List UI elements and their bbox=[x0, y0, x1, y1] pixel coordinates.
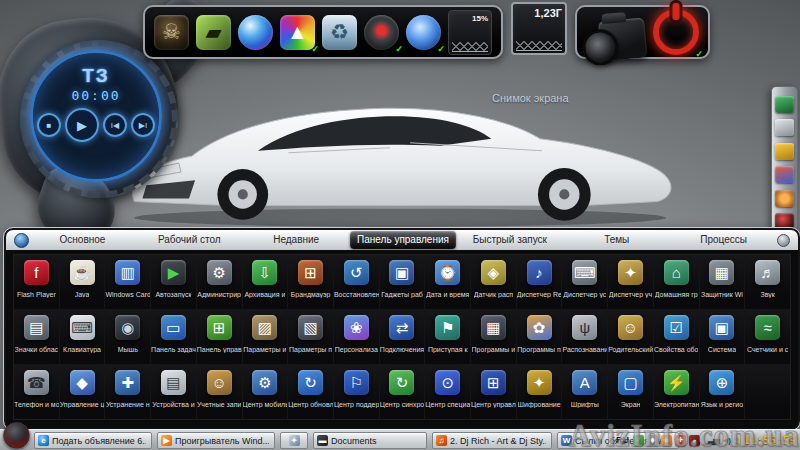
control-panel-item[interactable]: ⊙Центр специа bbox=[425, 365, 470, 419]
color-wheel-icon[interactable]: ▲✓ bbox=[280, 15, 315, 50]
tab-nedavnie[interactable]: Недавние bbox=[243, 230, 350, 250]
control-panel-item[interactable]: ◉Мышь bbox=[105, 310, 150, 364]
tv-icon[interactable] bbox=[775, 96, 794, 113]
control-panel-item[interactable]: ⌚Дата и время bbox=[425, 255, 470, 309]
photos-icon[interactable] bbox=[775, 166, 794, 183]
cpu-meter[interactable]: 15% bbox=[448, 10, 492, 55]
control-panel-item[interactable]: fFlash Player bbox=[14, 255, 59, 309]
control-panel-item[interactable]: ◈Датчик расп bbox=[471, 255, 516, 309]
prev-track-button[interactable]: I◀ bbox=[103, 113, 127, 137]
dark-ring-icon[interactable]: ✓ bbox=[364, 15, 399, 50]
control-panel-item[interactable]: ✿Программы п bbox=[517, 310, 562, 364]
badge-icon[interactable] bbox=[775, 190, 794, 207]
play-button[interactable]: ▶ bbox=[65, 108, 99, 142]
control-panel-item[interactable]: ☎Телефон и мо bbox=[14, 365, 59, 419]
control-panel-item[interactable]: ☑Свойства обо bbox=[654, 310, 699, 364]
tab-rabochiy-stol[interactable]: Рабочий стол bbox=[136, 230, 243, 250]
media-device-icon[interactable]: ▰ bbox=[196, 15, 231, 50]
phone-icon[interactable] bbox=[775, 119, 794, 136]
control-panel-item[interactable]: ⚐Центр поддер bbox=[334, 365, 379, 419]
control-panel-item[interactable]: ▤Значки облас bbox=[14, 310, 59, 364]
tray-network-icon[interactable]: ▁▃▅ bbox=[703, 435, 718, 446]
control-panel-item[interactable]: ⊞Панель управ bbox=[197, 310, 242, 364]
control-panel-item[interactable]: ♪Диспетчер Re bbox=[517, 255, 562, 309]
tab-bystryy-zapusk[interactable]: Быстрый запуск bbox=[456, 230, 563, 250]
task-button-documents[interactable]: ▬Documents bbox=[313, 432, 427, 449]
tray-clock[interactable]: 11:55:59 bbox=[743, 434, 796, 447]
control-panel-item[interactable]: ☺Родительский bbox=[608, 310, 653, 364]
tray-app-icon[interactable]: ● bbox=[689, 435, 700, 446]
control-panel-item[interactable]: ▧Параметры п bbox=[288, 310, 333, 364]
tray-volume-icon[interactable]: ◄) bbox=[721, 435, 730, 446]
control-panel-item-label: Свойства обо bbox=[654, 346, 698, 353]
media-device-icon-visual: ▰ bbox=[196, 15, 231, 50]
control-panel-item[interactable]: ☺Учетные запи bbox=[197, 365, 242, 419]
control-panel-item[interactable]: ▶Автозапуск bbox=[151, 255, 196, 309]
task-button-documents-icon: ▬ bbox=[317, 435, 328, 446]
power-button[interactable]: ✓ bbox=[653, 9, 699, 55]
stop-button[interactable]: ■ bbox=[37, 113, 61, 137]
ram-meter[interactable]: 1,23Г bbox=[511, 0, 567, 55]
control-panel-item[interactable]: ↺Восстановлен bbox=[334, 255, 379, 309]
control-panel-item[interactable]: ✦Диспетчер уч bbox=[608, 255, 653, 309]
control-panel-item[interactable]: ⌨Диспетчер ус bbox=[562, 255, 607, 309]
tab-protsessy[interactable]: Процессы bbox=[670, 230, 777, 250]
control-panel-item[interactable]: ▣Система bbox=[700, 310, 745, 364]
control-panel-item[interactable]: ⚙Центр мобиль bbox=[243, 365, 288, 419]
control-panel-item[interactable]: ❀Персонализа bbox=[334, 310, 379, 364]
control-panel-item[interactable]: ✦Шифрование bbox=[517, 365, 562, 419]
control-panel-item[interactable]: ≈Счетчики и с bbox=[745, 310, 790, 364]
control-panel-item[interactable]: ▦Программы и bbox=[471, 310, 516, 364]
tab-temy[interactable]: Темы bbox=[563, 230, 670, 250]
tray-downloader-icon[interactable]: ◉ bbox=[661, 435, 672, 446]
control-panel-item[interactable]: ▦Защитник Wi bbox=[700, 255, 745, 309]
tray-antivirus-icon[interactable]: ✓ bbox=[633, 435, 644, 446]
tray-alert-icon[interactable]: ✚ bbox=[675, 435, 686, 446]
control-panel-item[interactable]: ⊞Центр управл bbox=[471, 365, 516, 419]
task-button-browser[interactable]: eПодать объявление 6... bbox=[34, 432, 152, 449]
tab-panel-upravleniya[interactable]: Панель управления bbox=[350, 231, 457, 249]
start-button[interactable] bbox=[3, 422, 30, 449]
control-panel-item[interactable]: AШрифты bbox=[562, 365, 607, 419]
skull-icon[interactable]: ☠ bbox=[154, 15, 189, 50]
task-button-audio[interactable]: ♫2. Dj Rich - Art & Dj Sty... bbox=[432, 432, 552, 449]
control-panel-item[interactable]: ◆Управление ц bbox=[60, 365, 105, 419]
control-panel-item[interactable]: ↻Центр синхро bbox=[380, 365, 425, 419]
control-panel-item[interactable]: ψРаспознавани bbox=[562, 310, 607, 364]
task-button-media-player[interactable]: ▶Проигрыватель Wind... bbox=[157, 432, 275, 449]
control-panel-item[interactable]: ⌂Домашняя гр bbox=[654, 255, 699, 309]
control-panel-item[interactable]: ▨Параметры и bbox=[243, 310, 288, 364]
control-panel-item[interactable]: ☕Java bbox=[60, 255, 105, 309]
task-button-launcher[interactable]: ✦ bbox=[280, 432, 308, 449]
control-panel-item[interactable]: ⚙Администрир bbox=[197, 255, 242, 309]
window-menu-button[interactable] bbox=[14, 233, 29, 248]
dark-ring-icon-visual bbox=[364, 15, 399, 50]
tray-usb-icon[interactable]: ◆ bbox=[647, 435, 658, 446]
next-track-button[interactable]: ▶I bbox=[131, 113, 155, 137]
control-panel-item[interactable]: ▥Windows Card bbox=[105, 255, 150, 309]
color-sphere-icon[interactable] bbox=[238, 15, 273, 50]
control-panel-item[interactable]: ⊕Язык и регио bbox=[700, 365, 745, 419]
control-panel-item[interactable]: ▢Экран bbox=[608, 365, 653, 419]
car-icon[interactable] bbox=[775, 143, 794, 160]
control-panel-item[interactable]: ⇄Подключения bbox=[380, 310, 425, 364]
control-panel-item[interactable]: ⚡Электропитан bbox=[654, 365, 699, 419]
control-panel-item-icon: ▣ bbox=[709, 315, 734, 340]
control-panel-item[interactable]: ▭Панель задач bbox=[151, 310, 196, 364]
language-indicator[interactable]: RU bbox=[616, 435, 629, 445]
control-panel-item[interactable]: ▣Гаджеты раб bbox=[380, 255, 425, 309]
camera-icon[interactable] bbox=[586, 0, 646, 66]
window-options-button[interactable] bbox=[777, 234, 790, 247]
control-panel-item[interactable]: ⇩Архивация и bbox=[243, 255, 288, 309]
control-panel-item[interactable]: ✚Устранение н bbox=[105, 365, 150, 419]
blue-orb-icon[interactable]: ✓ bbox=[406, 15, 441, 50]
control-panel-item[interactable]: ↻Центр обновл bbox=[288, 365, 333, 419]
tab-osnovnoe[interactable]: Основное bbox=[29, 230, 136, 250]
control-panel-item[interactable]: ▤Устройства и bbox=[151, 365, 196, 419]
control-panel-item-icon: ⊞ bbox=[481, 370, 506, 395]
control-panel-item[interactable]: ⚑Приступая к bbox=[425, 310, 470, 364]
control-panel-item[interactable]: ♬Звук bbox=[745, 255, 790, 309]
control-panel-item[interactable]: ⌨Клавиатура bbox=[60, 310, 105, 364]
control-panel-item[interactable]: ⊞Брандмауэр bbox=[288, 255, 333, 309]
recycle-bin-icon[interactable]: ♻ bbox=[322, 15, 357, 50]
